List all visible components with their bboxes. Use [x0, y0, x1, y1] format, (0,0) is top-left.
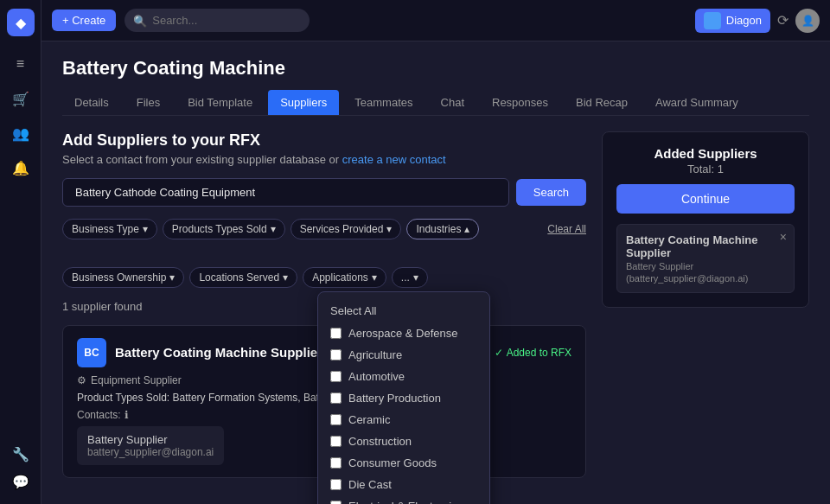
checkbox-aerospace[interactable] — [330, 328, 342, 339]
add-suppliers-title: Add Suppliers to your RFX — [62, 131, 586, 150]
tab-suppliers[interactable]: Suppliers — [268, 90, 339, 115]
filter-locations-served[interactable]: Locations Served ▾ — [189, 267, 297, 288]
supplier-logo: BC — [77, 338, 106, 367]
added-suppliers-title: Added Suppliers — [616, 146, 795, 161]
contact-name: Battery Supplier — [87, 433, 214, 446]
main-container: + Create 🔍 Diagon ⟳ 👤 Battery Coating Ma… — [42, 0, 830, 504]
added-supplier-item-type: Battery Supplier — [626, 261, 785, 271]
dropdown-item-die-cast[interactable]: Die Cast — [318, 474, 489, 495]
avatar[interactable]: 👤 — [795, 9, 820, 33]
checkbox-consumer-goods[interactable] — [330, 457, 342, 469]
tab-responses[interactable]: Responses — [480, 90, 560, 115]
create-new-contact-link[interactable]: create a new contact — [342, 153, 446, 166]
tab-bid-template[interactable]: Bid Template — [176, 90, 265, 115]
supplier-name: Battery Coating Machine Supplier — [115, 345, 322, 360]
added-suppliers-box: Added Suppliers Total: 1 Continue Batter… — [602, 131, 809, 308]
filter-industries[interactable]: Industries ▴ — [406, 219, 479, 239]
sidebar-icon-bell[interactable]: 🔔 — [7, 154, 35, 182]
search-container: 🔍 — [124, 9, 470, 32]
sidebar-icon-chat[interactable]: 💬 — [7, 468, 35, 495]
topbar-refresh-icon[interactable]: ⟳ — [777, 12, 788, 29]
dropdown-item-battery-production[interactable]: Battery Production — [318, 387, 489, 409]
info-icon: ℹ — [124, 409, 129, 421]
add-suppliers-sub: Select a contact from your existing supp… — [62, 153, 586, 166]
added-supplier-item-name: Battery Coating Machine Supplier — [626, 233, 785, 259]
dropdown-item-ceramic[interactable]: Ceramic — [318, 409, 489, 431]
add-suppliers-heading: Add Suppliers to your RFX Select a conta… — [62, 131, 586, 166]
checkbox-battery-production[interactable] — [330, 392, 342, 404]
topbar: + Create 🔍 Diagon ⟳ 👤 — [42, 0, 830, 41]
continue-button[interactable]: Continue — [616, 184, 795, 214]
sidebar-icon-menu[interactable]: ≡ — [7, 50, 35, 78]
topbar-search-input[interactable] — [124, 9, 310, 32]
remove-supplier-button[interactable]: × — [780, 230, 787, 244]
tab-chat[interactable]: Chat — [429, 90, 476, 115]
dropdown-item-automotive[interactable]: Automotive — [318, 366, 489, 387]
clear-all[interactable]: Clear All — [547, 223, 586, 235]
user-name: Diagon — [726, 14, 762, 27]
body-area: Add Suppliers to your RFX Select a conta… — [42, 116, 830, 504]
tabs: Details Files Bid Template Suppliers Tea… — [62, 90, 809, 116]
filter-services-provided[interactable]: Services Provided ▾ — [290, 219, 402, 239]
filter-business-type[interactable]: Business Type ▾ — [62, 219, 157, 239]
contact-email: battery_supplier@diagon.ai — [87, 446, 214, 458]
sidebar-icon-users[interactable]: 👥 — [7, 119, 35, 147]
sidebar-icon-tool[interactable]: 🔧 — [7, 440, 35, 468]
search-row: Search — [62, 178, 586, 207]
contact-card: Battery Supplier battery_supplier@diagon… — [77, 426, 224, 465]
tab-files[interactable]: Files — [124, 90, 172, 115]
dropdown-item-aerospace[interactable]: Aerospace & Defense — [318, 322, 489, 344]
tab-award-summary[interactable]: Award Summary — [643, 90, 750, 115]
sidebar-icon-cart[interactable]: 🛒 — [7, 85, 35, 112]
create-button[interactable]: + Create — [52, 10, 116, 31]
dropdown-item-agriculture[interactable]: Agriculture — [318, 344, 489, 366]
industries-dropdown: Select All Aerospace & Defense Agricultu… — [317, 291, 490, 504]
filters-row-2: Business Ownership ▾ Locations Served ▾ … — [62, 267, 586, 288]
user-badge[interactable]: Diagon — [695, 9, 770, 33]
dropdown-item-consumer-goods[interactable]: Consumer Goods — [318, 452, 489, 474]
dropdown-item-electrical[interactable]: Electrical & Electronics — [318, 495, 489, 504]
page-title: Battery Coating Machine — [62, 57, 809, 80]
tab-details[interactable]: Details — [62, 90, 121, 115]
added-suppliers-total: Total: 1 — [616, 163, 795, 175]
dropdown-select-all[interactable]: Select All — [318, 299, 489, 322]
supplier-search-input[interactable] — [62, 178, 509, 207]
sidebar-logo[interactable]: ◆ — [7, 9, 35, 36]
filter-applications[interactable]: Applications ▾ — [303, 267, 386, 288]
filter-more[interactable]: ... ▾ — [392, 267, 428, 288]
filters-container: Business Type ▾ Products Types Sold ▾ Se… — [62, 219, 586, 288]
left-panel: Add Suppliers to your RFX Select a conta… — [62, 131, 586, 488]
tab-bid-recap[interactable]: Bid Recap — [564, 90, 640, 115]
added-badge: ✓ Added to RFX — [495, 347, 571, 359]
equipment-icon: ⚙ — [77, 374, 86, 386]
user-avatar-icon — [704, 12, 721, 29]
filter-products-types[interactable]: Products Types Sold ▾ — [163, 219, 285, 239]
right-panel: Added Suppliers Total: 1 Continue Batter… — [602, 131, 809, 488]
tab-teammates[interactable]: Teammates — [342, 90, 425, 115]
search-button[interactable]: Search — [516, 179, 586, 206]
content: Battery Coating Machine Details Files Bi… — [42, 41, 830, 504]
topbar-right: Diagon ⟳ 👤 — [695, 9, 820, 33]
filter-business-ownership[interactable]: Business Ownership ▾ — [62, 267, 184, 288]
added-supplier-item-email: (battery_supplier@diagon.ai) — [626, 273, 785, 284]
checkbox-automotive[interactable] — [330, 371, 342, 382]
checkbox-die-cast[interactable] — [330, 479, 342, 490]
sidebar: ◆ ≡ 🛒 👥 🔔 🔧 💬 — [0, 0, 42, 504]
checkbox-agriculture[interactable] — [330, 349, 342, 360]
checkbox-ceramic[interactable] — [330, 414, 342, 425]
checkbox-electrical[interactable] — [330, 501, 342, 504]
dropdown-item-construction[interactable]: Construction — [318, 431, 489, 452]
check-icon: ✓ — [495, 347, 503, 359]
search-icon: 🔍 — [133, 14, 147, 27]
added-supplier-item: Battery Coating Machine Supplier Battery… — [616, 224, 795, 293]
page-header: Battery Coating Machine Details Files Bi… — [42, 41, 830, 116]
checkbox-construction[interactable] — [330, 436, 342, 447]
filters-row-1: Business Type ▾ Products Types Sold ▾ Se… — [62, 219, 586, 239]
